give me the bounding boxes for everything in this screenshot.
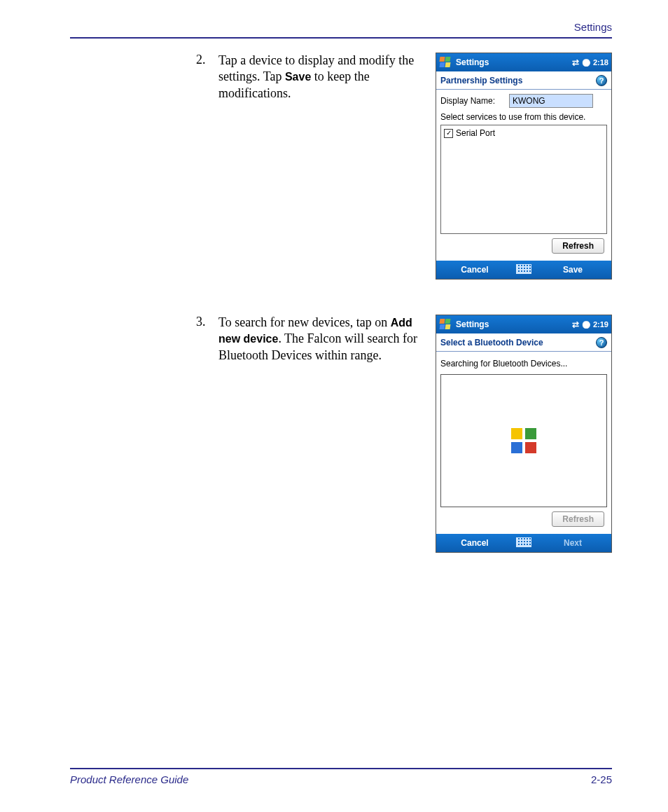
page-header-section: Settings <box>70 21 612 37</box>
volume-icon[interactable] <box>582 58 590 67</box>
device2-footer: Cancel Next <box>436 534 611 552</box>
step-2-body: Tap a device to display and mod­ify the … <box>218 53 427 102</box>
footer-page-number: 2-25 <box>591 773 612 785</box>
refresh-button[interactable]: Refresh <box>552 238 604 254</box>
step-2-row: 2. Tap a device to display and mod­ify t… <box>70 53 612 280</box>
step-3-part0: To search for new devices, tap on <box>218 315 391 329</box>
step-3-number: 3. <box>196 315 216 329</box>
device1-time: 2:18 <box>593 58 608 67</box>
device2-subheader-text: Select a Bluetooth Device <box>440 338 543 347</box>
connectivity-icon[interactable] <box>572 319 579 329</box>
device2-topbar: Settings 2:19 <box>436 315 611 333</box>
help-icon[interactable]: ? <box>596 337 607 348</box>
cancel-button[interactable]: Cancel <box>436 265 513 275</box>
checkbox-icon[interactable]: ✓ <box>444 129 453 138</box>
device2-subheader: Select a Bluetooth Device ? <box>436 333 611 352</box>
keyboard-icon[interactable] <box>516 264 531 274</box>
step-3-body: To search for new devices, tap on Add ne… <box>218 315 427 364</box>
page-footer: Product Reference Guide 2-25 <box>70 768 612 785</box>
footer-guide-title: Product Reference Guide <box>70 773 188 785</box>
start-icon[interactable] <box>439 56 452 69</box>
refresh-button-disabled: Refresh <box>552 511 604 527</box>
searching-status: Searching for Bluetooth Devices... <box>440 359 607 369</box>
connectivity-icon[interactable] <box>572 57 579 67</box>
search-results-box <box>440 374 607 507</box>
step-3-row: 3. To search for new devices, tap on Add… <box>70 315 612 553</box>
save-button[interactable]: Save <box>534 265 611 275</box>
step-3-text: 3. To search for new devices, tap on Add… <box>70 315 436 364</box>
footer-rule <box>70 768 612 769</box>
screenshot-partnership-settings: Settings 2:18 Partnership Settings ? Dis… <box>436 53 612 280</box>
step-2-text: 2. Tap a device to display and mod­ify t… <box>70 53 436 102</box>
service-serial-port[interactable]: ✓ Serial Port <box>444 128 604 138</box>
help-icon[interactable]: ? <box>596 75 607 86</box>
keyboard-icon[interactable] <box>516 537 531 547</box>
spinner-icon <box>511 428 536 453</box>
device1-subheader-text: Partnership Settings <box>440 76 522 85</box>
display-name-label: Display Name: <box>440 96 509 106</box>
service-label: Serial Port <box>456 128 495 138</box>
step-2-bold: Save <box>285 71 311 83</box>
volume-icon[interactable] <box>582 320 590 329</box>
device2-title: Settings <box>456 319 572 329</box>
device1-subheader: Partnership Settings ? <box>436 71 611 90</box>
next-button-disabled: Next <box>534 538 611 548</box>
start-icon[interactable] <box>439 318 452 331</box>
device1-topbar: Settings 2:18 <box>436 53 611 71</box>
cancel-button[interactable]: Cancel <box>436 538 513 548</box>
step-2-number: 2. <box>196 53 216 67</box>
device2-time: 2:19 <box>593 320 608 329</box>
header-rule <box>70 37 612 39</box>
screenshot-select-bluetooth: Settings 2:19 Select a Bluetooth Device … <box>436 315 612 553</box>
device1-footer: Cancel Save <box>436 261 611 279</box>
device1-title: Settings <box>456 57 572 67</box>
services-listbox[interactable]: ✓ Serial Port <box>440 125 607 234</box>
display-name-input[interactable] <box>509 94 593 108</box>
services-instruction: Select services to use from this device. <box>440 112 607 122</box>
